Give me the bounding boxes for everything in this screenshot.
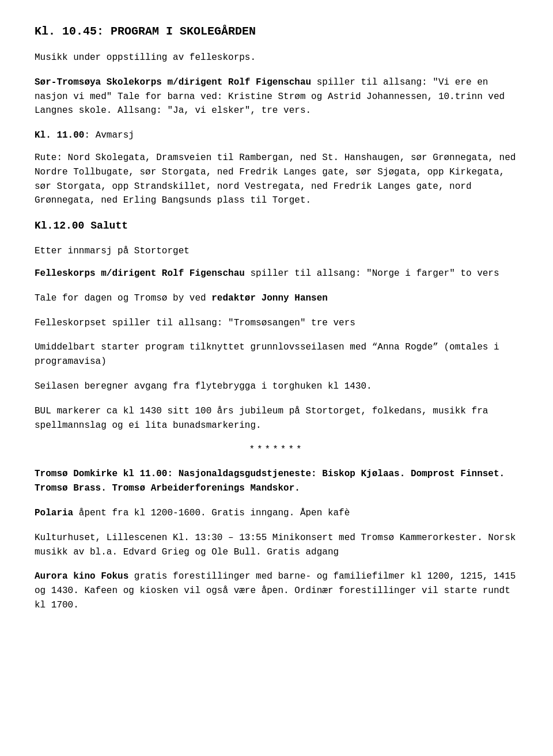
page-content: Kl. 10.45: PROGRAM I SKOLEGÅRDEN Musikk … [35,23,518,613]
section-intro: Musikk under oppstilling av felleskorps. [35,51,518,65]
section-felleskorpset: Felleskorpset spiller til allsang: "Trom… [35,316,518,330]
section-tale: Tale for dagen og Tromsø by ved redaktør… [35,291,518,306]
separator: ******* [35,443,518,457]
section-sor-tromsoya: Sør-Tromsøya Skolekorps m/dirigent Rolf … [35,75,518,118]
sor-tromsoya-bold: Sør-Tromsøya Skolekorps m/dirigent Rolf … [35,77,311,88]
page-heading: Kl. 10.45: PROGRAM I SKOLEGÅRDEN [35,23,518,40]
domkirke-text: Tromsø Domkirke kl 11.00: Nasjonaldagsgu… [35,467,518,496]
section-umiddelbart: Umiddelbart starter program tilknyttet g… [35,340,518,369]
section-kulturhuset: Kulturhuset, Lillescenen Kl. 13:30 – 13:… [35,531,518,560]
domkirke-bold: Tromsø Domkirke kl 11.00: Nasjonaldagsgu… [35,469,505,493]
kl-1100-colon: : Avmarsj [84,130,134,140]
kl-1100-heading: Kl. 11.00: Avmarsj [35,128,518,143]
seilasen-text: Seilasen beregner avgang fra flytebrygga… [35,379,518,394]
aurora-text: Aurora kino Fokus gratis forestillinger … [35,569,518,612]
section-etter-innmarsj: Etter innmarsj på Stortorget Felleskorps… [35,244,518,281]
intro-text: Musikk under oppstilling av felleskorps. [35,51,518,65]
felleskorps-text: Felleskorps m/dirigent Rolf Figenschau s… [35,267,518,281]
section-bul: BUL markerer ca kl 1430 sitt 100 års jub… [35,404,518,433]
felleskorps-normal: spiller til allsang: "Norge i farger" to… [250,268,499,279]
tale-normal: Tale for dagen og Tromsø by ved [35,293,211,303]
sor-tromsoya-text: Sør-Tromsøya Skolekorps m/dirigent Rolf … [35,75,518,118]
umiddelbart-text: Umiddelbart starter program tilknyttet g… [35,340,518,369]
kl-1200-heading: Kl.12.00 Salutt [35,218,518,234]
polaria-normal: åpent fra kl 1200-1600. Gratis inngang. … [79,508,350,518]
kulturhuset-text: Kulturhuset, Lillescenen Kl. 13:30 – 13:… [35,531,518,560]
tale-bold: redaktør Jonny Hansen [211,293,328,303]
tale-text: Tale for dagen og Tromsø by ved redaktør… [35,291,518,306]
section-seilasen: Seilasen beregner avgang fra flytebrygga… [35,379,518,394]
felleskorpset-text: Felleskorpset spiller til allsang: "Trom… [35,316,518,330]
felleskorps-bold: Felleskorps m/dirigent Rolf Figenschau [35,268,245,279]
kl-1100-bold: Kl. 11.00 [35,130,84,140]
section-polaria: Polaria åpent fra kl 1200-1600. Gratis i… [35,506,518,521]
polaria-bold: Polaria [35,508,73,518]
kl-1100-route: Rute: Nord Skolegata, Dramsveien til Ram… [35,151,518,208]
musikk-text: Musikk under oppstilling av felleskorps. [35,52,256,63]
polaria-text: Polaria åpent fra kl 1200-1600. Gratis i… [35,506,518,521]
etter-innmarsj-subheading: Etter innmarsj på Stortorget [35,244,518,259]
section-domkirke: Tromsø Domkirke kl 11.00: Nasjonaldagsgu… [35,467,518,496]
bul-text: BUL markerer ca kl 1430 sitt 100 års jub… [35,404,518,433]
section-kl-1100: Kl. 11.00: Avmarsj Rute: Nord Skolegata,… [35,128,518,208]
section-aurora: Aurora kino Fokus gratis forestillinger … [35,569,518,612]
aurora-bold: Aurora kino Fokus [35,571,128,582]
section-kl-1200: Kl.12.00 Salutt [35,218,518,234]
